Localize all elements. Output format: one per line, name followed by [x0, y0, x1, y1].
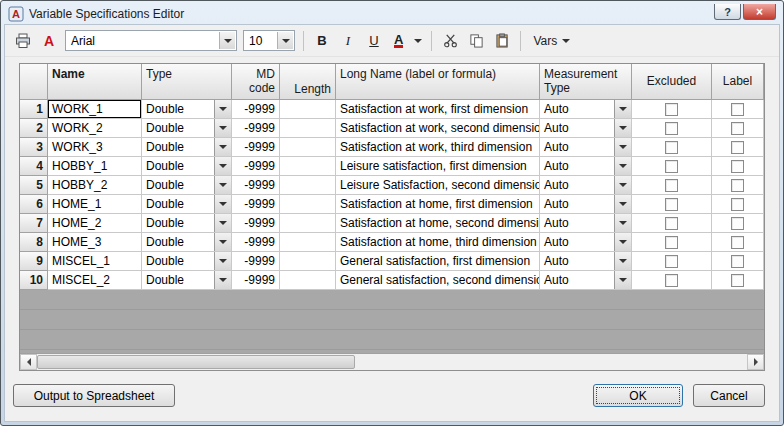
label-cell[interactable]	[712, 157, 764, 176]
type-cell[interactable]: Double	[142, 271, 232, 290]
measurement-dropdown-button[interactable]	[614, 119, 631, 137]
label-cell[interactable]	[712, 176, 764, 195]
md-code-cell[interactable]: -9999	[232, 252, 280, 271]
type-cell[interactable]: Double	[142, 138, 232, 157]
type-dropdown-button[interactable]	[214, 195, 231, 213]
type-cell[interactable]: Double	[142, 195, 232, 214]
column-header-label[interactable]: Label	[712, 64, 764, 100]
excluded-checkbox[interactable]	[665, 236, 678, 249]
md-code-cell[interactable]: -9999	[232, 176, 280, 195]
font-name-dropdown-button[interactable]	[219, 32, 235, 49]
close-button[interactable]: ×	[743, 4, 776, 20]
type-cell[interactable]: Double	[142, 157, 232, 176]
label-cell[interactable]	[712, 100, 764, 119]
measurement-dropdown-button[interactable]	[614, 271, 631, 289]
long-name-cell[interactable]: Satisfaction at work, first dimension	[336, 100, 540, 119]
type-dropdown-button[interactable]	[214, 157, 231, 175]
excluded-cell[interactable]	[632, 138, 712, 157]
font-color-button[interactable]: A	[388, 29, 409, 53]
md-code-cell[interactable]: -9999	[232, 233, 280, 252]
excluded-cell[interactable]	[632, 176, 712, 195]
type-dropdown-button[interactable]	[214, 252, 231, 270]
long-name-cell[interactable]: General satisfaction, first dimension	[336, 252, 540, 271]
measurement-dropdown-button[interactable]	[614, 157, 631, 175]
cut-button[interactable]	[438, 29, 462, 53]
label-checkbox[interactable]	[731, 179, 744, 192]
excluded-cell[interactable]	[632, 195, 712, 214]
column-header-type[interactable]: Type	[142, 64, 232, 100]
bold-button[interactable]: B	[310, 29, 334, 53]
measurement-type-cell[interactable]: Auto	[540, 176, 632, 195]
label-cell[interactable]	[712, 214, 764, 233]
font-size-dropdown-button[interactable]	[277, 32, 293, 49]
app-icon[interactable]: A	[8, 6, 24, 22]
label-cell[interactable]	[712, 138, 764, 157]
excluded-checkbox[interactable]	[665, 160, 678, 173]
measurement-dropdown-button[interactable]	[614, 138, 631, 156]
excluded-checkbox[interactable]	[665, 141, 678, 154]
length-cell[interactable]	[280, 252, 336, 271]
name-cell[interactable]: HOBBY_2	[48, 176, 142, 195]
long-name-cell[interactable]: Leisure Satisfaction, second dimension	[336, 176, 540, 195]
excluded-cell[interactable]	[632, 252, 712, 271]
row-number[interactable]: 5	[20, 176, 48, 195]
row-number[interactable]: 6	[20, 195, 48, 214]
md-code-cell[interactable]: -9999	[232, 119, 280, 138]
length-cell[interactable]	[280, 176, 336, 195]
row-number[interactable]: 1	[20, 100, 48, 119]
length-cell[interactable]	[280, 214, 336, 233]
name-cell[interactable]: WORK_2	[48, 119, 142, 138]
length-cell[interactable]	[280, 119, 336, 138]
column-header-excluded[interactable]: Excluded	[632, 64, 712, 100]
name-cell[interactable]: WORK_1	[48, 100, 142, 119]
ok-button[interactable]: OK	[593, 384, 683, 407]
scrollbar-thumb[interactable]	[37, 355, 355, 369]
measurement-dropdown-button[interactable]	[614, 176, 631, 194]
excluded-checkbox[interactable]	[665, 179, 678, 192]
type-dropdown-button[interactable]	[214, 119, 231, 137]
row-number[interactable]: 8	[20, 233, 48, 252]
long-name-cell[interactable]: Satisfaction at home, second dimension	[336, 214, 540, 233]
name-cell[interactable]: WORK_3	[48, 138, 142, 157]
type-cell[interactable]: Double	[142, 214, 232, 233]
font-color-dropdown-button[interactable]	[411, 29, 425, 53]
type-dropdown-button[interactable]	[214, 176, 231, 194]
excluded-checkbox[interactable]	[665, 274, 678, 287]
excluded-cell[interactable]	[632, 100, 712, 119]
long-name-cell[interactable]: General satisfaction, second dimension	[336, 271, 540, 290]
excluded-cell[interactable]	[632, 157, 712, 176]
row-number[interactable]: 9	[20, 252, 48, 271]
titlebar[interactable]: A Variable Specifications Editor ? ×	[4, 4, 780, 24]
md-code-cell[interactable]: -9999	[232, 100, 280, 119]
measurement-type-cell[interactable]: Auto	[540, 233, 632, 252]
label-checkbox[interactable]	[731, 141, 744, 154]
print-button[interactable]	[11, 29, 35, 53]
row-number[interactable]: 3	[20, 138, 48, 157]
font-name-select[interactable]: Arial	[65, 30, 237, 51]
excluded-checkbox[interactable]	[665, 255, 678, 268]
row-number[interactable]: 4	[20, 157, 48, 176]
name-cell[interactable]: MISCEL_1	[48, 252, 142, 271]
measurement-type-cell[interactable]: Auto	[540, 157, 632, 176]
column-header-length[interactable]: Length	[280, 64, 336, 100]
column-header-name[interactable]: Name	[48, 64, 142, 100]
name-cell[interactable]: HOME_2	[48, 214, 142, 233]
name-cell[interactable]: HOME_1	[48, 195, 142, 214]
label-checkbox[interactable]	[731, 198, 744, 211]
cancel-button[interactable]: Cancel	[693, 384, 765, 407]
measurement-type-cell[interactable]: Auto	[540, 119, 632, 138]
label-cell[interactable]	[712, 252, 764, 271]
length-cell[interactable]	[280, 138, 336, 157]
label-checkbox[interactable]	[731, 236, 744, 249]
type-dropdown-button[interactable]	[214, 214, 231, 232]
scroll-right-button[interactable]	[747, 354, 764, 370]
excluded-checkbox[interactable]	[665, 103, 678, 116]
label-checkbox[interactable]	[731, 274, 744, 287]
measurement-type-cell[interactable]: Auto	[540, 271, 632, 290]
measurement-dropdown-button[interactable]	[614, 252, 631, 270]
type-cell[interactable]: Double	[142, 176, 232, 195]
row-number[interactable]: 7	[20, 214, 48, 233]
label-checkbox[interactable]	[731, 122, 744, 135]
length-cell[interactable]	[280, 195, 336, 214]
scroll-left-button[interactable]	[20, 354, 37, 370]
